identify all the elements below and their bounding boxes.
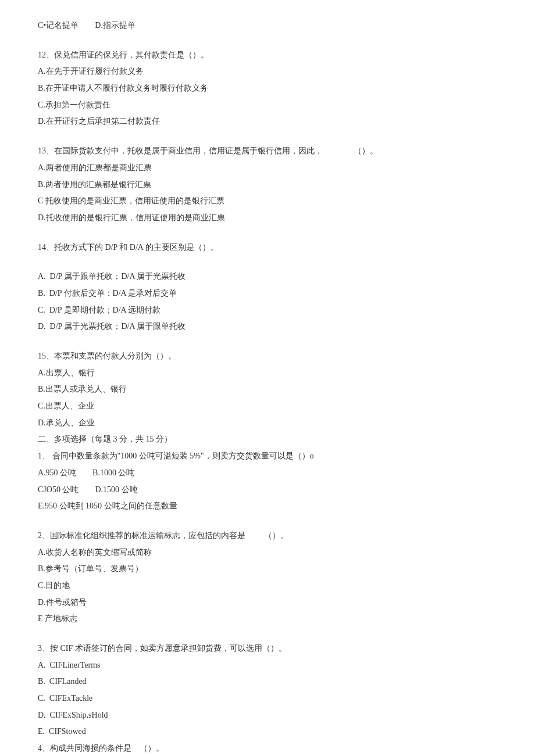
m1-option-e: E.950 公吨到 1050 公吨之间的任意数量 bbox=[38, 498, 497, 515]
q14-option-c: C. D/P 是即期付款；D/A 远期付款 bbox=[38, 302, 497, 319]
m3-option-c: C. CIFExTackle bbox=[38, 690, 497, 707]
q13-option-c: C 托收使用的是商业汇票，信用证使用的是银行汇票 bbox=[38, 193, 497, 210]
spacer bbox=[38, 34, 497, 47]
m2-option-c: C.目的地 bbox=[38, 578, 497, 594]
q12-option-b: B.在开证申请人不履行付款义务时履行付款义务 bbox=[38, 80, 497, 97]
q11-options-cd: C•记名提单 D.指示提单 bbox=[38, 17, 497, 34]
q15-option-d: D.承兑人、企业 bbox=[38, 415, 497, 432]
m3-option-d: D. CIFExShip,sHold bbox=[38, 707, 497, 724]
q12-stem: 12、保兑信用证的保兑行，其付款责任是（）。 bbox=[38, 47, 497, 64]
q13-stem: 13、在国际货款支付中，托收是属于商业信用，信用证是属于银行信用，因此， （）。 bbox=[38, 143, 497, 160]
m1-options-cd: CJO50 公吨 D.1500 公吨 bbox=[38, 482, 497, 499]
q14-option-b: B. D/P 付款后交单：D/A 是承对后交单 bbox=[38, 285, 497, 302]
m2-stem: 2、国际标准化组织推荐的标准运输标志，应包括的内容是 （）。 bbox=[38, 528, 497, 544]
spacer bbox=[38, 515, 497, 528]
q15-option-b: B.出票人或承兑人、银行 bbox=[38, 381, 497, 398]
spacer bbox=[38, 130, 497, 143]
spacer bbox=[38, 335, 497, 348]
m4-stem: 4、构成共同海损的条件是 （）。 bbox=[38, 740, 497, 756]
m1-stem: 1、 合同中数量条款为"1000 公吨可溢短装 5%"，则卖方交货数量可以是（）… bbox=[38, 448, 497, 465]
q15-option-c: C.出票人、企业 bbox=[38, 398, 497, 415]
q13-option-a: A.两者使用的汇票都是商业汇票 bbox=[38, 160, 497, 177]
m2-option-d: D.件号或箱号 bbox=[38, 594, 497, 611]
m3-option-a: A. CIFLinerTerms bbox=[38, 657, 497, 674]
spacer bbox=[38, 256, 497, 268]
m2-option-b: B.参考号（订单号、发票号） bbox=[38, 561, 497, 578]
q12-option-a: A.在先于开证行履行付款义务 bbox=[38, 63, 497, 80]
q14-option-a: A. D/P 属于跟单托收；D/A 属于光票托收 bbox=[38, 268, 497, 285]
m2-option-a: A.收货人名称的英文缩写或简称 bbox=[38, 544, 497, 561]
spacer bbox=[38, 227, 497, 239]
q14-option-d: D. D/P 属于光票托收；D/A 属于跟单托收 bbox=[38, 318, 497, 335]
q15-stem: 15、本票和支票的付款人分别为（）。 bbox=[38, 348, 497, 365]
m3-option-b: B. CIFLanded bbox=[38, 673, 497, 690]
m2-option-e: E 产地标志 bbox=[38, 611, 497, 628]
q12-option-c: C.承担第一付款责任 bbox=[38, 97, 497, 114]
section-2-title: 二、多项选择（每题 3 分，共 15 分） bbox=[38, 431, 497, 448]
q13-option-b: B.两者使用的汇票都是银行汇票 bbox=[38, 177, 497, 194]
m3-option-e: E. CIFStowed bbox=[38, 723, 497, 740]
q15-option-a: A.出票人、银行 bbox=[38, 365, 497, 382]
q12-option-d: D.在开证行之后承担第二付款责任 bbox=[38, 113, 497, 130]
m1-options-ab: A.950 公吨 B.1000 公吨 bbox=[38, 465, 497, 482]
m3-stem: 3、按 CIF 术语签订的合同，如卖方愿意承担卸货费，可以选用（）。 bbox=[38, 640, 497, 657]
q14-stem: 14、托收方式下的 D/P 和 D/A 的主要区别是（）。 bbox=[38, 239, 497, 256]
spacer bbox=[38, 628, 497, 640]
q13-option-d: D.托收使用的是银行汇票，信用证使用的是商业汇票 bbox=[38, 210, 497, 227]
